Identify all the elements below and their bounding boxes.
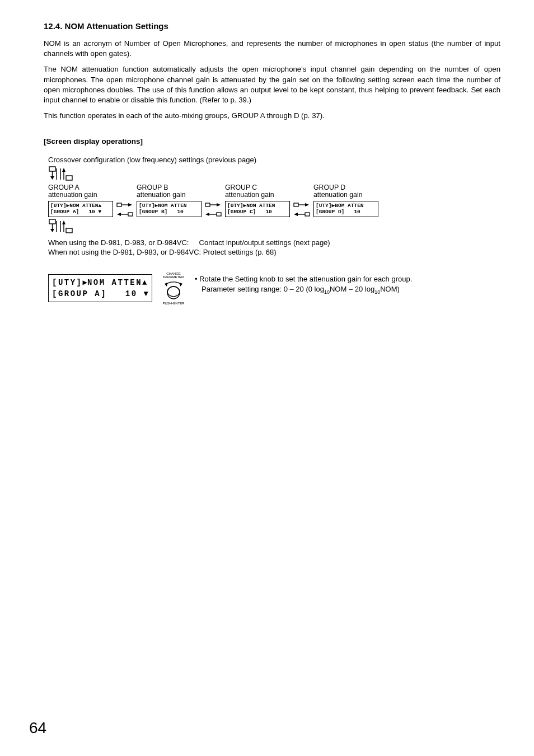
section-heading: 12.4. NOM Attenuation Settings (44, 21, 500, 31)
group-b-sub: attenuation gain (137, 191, 186, 199)
group-b-block: GROUP B attenuation gain [UTY]▶NOM ATTEN… (137, 184, 202, 218)
bullet-instruction: • Rotate the Setting knob to set the att… (195, 274, 500, 295)
group-c-block: GROUP C attenuation gain [UTY]▶NOM ATTEN… (225, 184, 290, 218)
svg-marker-2 (50, 176, 54, 180)
group-b-title: GROUP B (137, 184, 168, 191)
screen-operations-heading: [Screen display operations] (44, 137, 500, 145)
knob-label-change: CHANGE (166, 272, 181, 275)
svg-rect-26 (49, 219, 55, 224)
group-a-lcd: [UTY]▶NOM ATTEN▲ [GROUP A] 10 ▼ (48, 201, 113, 218)
svg-rect-13 (128, 213, 133, 216)
svg-marker-34 (165, 283, 167, 287)
svg-rect-14 (205, 203, 210, 206)
param-range-mid: NOM – 20 log (330, 285, 374, 293)
flow-arrow-icon (205, 202, 222, 219)
group-c-sub: attenuation gain (225, 191, 274, 199)
svg-marker-22 (305, 203, 309, 206)
svg-rect-0 (49, 167, 55, 171)
crossover-note: Crossover configuration (low frequency) … (48, 156, 500, 164)
svg-marker-16 (217, 203, 221, 206)
svg-marker-35 (180, 283, 182, 287)
after-flow-1b: Contact input/output settings (next page… (199, 238, 330, 247)
after-flow-1a: When using the D-981, D-983, or D-984VC: (48, 238, 189, 247)
svg-rect-8 (117, 203, 121, 206)
svg-marker-28 (50, 229, 54, 232)
flow-arrow-icon (116, 202, 133, 219)
param-range-post: NOM) (380, 285, 400, 293)
svg-marker-12 (117, 213, 121, 216)
group-a-sub: attenuation gain (48, 191, 97, 199)
paragraph-2: The NOM attenuation function automatical… (44, 64, 500, 105)
after-flow-2: When not using the D-981, D-983, or D-98… (48, 248, 277, 256)
group-d-block: GROUP D attenuation gain [UTY]▶NOM ATTEN… (313, 184, 378, 218)
svg-point-37 (167, 287, 180, 297)
svg-marker-24 (294, 213, 298, 216)
group-b-lcd: [UTY]▶NOM ATTEN [GROUP B] 10 (137, 201, 202, 218)
knob-label-parameter: PARAMETER (163, 275, 184, 279)
svg-rect-20 (294, 203, 298, 206)
paragraph-1: NOM is an acronym of Number of Open Micr… (44, 39, 500, 59)
svg-rect-19 (217, 213, 221, 216)
section-title-text: NOM Attenuation Settings (65, 21, 168, 31)
main-lcd: [UTY]▶NOM ATTEN▲[GROUP A] 10 ▼ (48, 274, 152, 303)
knob-label-push-enter: PUSH-ENTER (162, 302, 184, 305)
svg-rect-32 (66, 228, 72, 233)
svg-rect-6 (66, 176, 72, 180)
paragraph-3: This function operates in each of the au… (44, 111, 500, 121)
page-number: 64 (29, 719, 46, 737)
nav-arrows-icon (48, 219, 75, 236)
nav-arrows-icon (48, 166, 75, 183)
section-number: 12.4. (44, 21, 62, 31)
group-flowchart: GROUP A attenuation gain [UTY]▶NOM ATTEN… (48, 184, 500, 219)
setting-knob[interactable]: CHANGE PARAMETER PUSH-ENTER (162, 272, 185, 305)
flow-arrow-icon (293, 202, 310, 219)
svg-marker-18 (205, 213, 209, 216)
group-d-lcd: [UTY]▶NOM ATTEN [GROUP D] 10 (313, 201, 378, 218)
group-d-sub: attenuation gain (313, 191, 363, 199)
knob-icon (162, 279, 185, 300)
group-a-title: GROUP A (48, 184, 79, 191)
group-d-title: GROUP D (313, 184, 345, 191)
bullet-text: Rotate the Setting knob to set the atten… (199, 275, 412, 283)
group-c-lcd: [UTY]▶NOM ATTEN [GROUP C] 10 (225, 201, 290, 218)
after-flow-notes: When using the D-981, D-983, or D-984VC:… (48, 238, 500, 257)
group-c-title: GROUP C (225, 184, 257, 191)
svg-marker-5 (62, 168, 65, 172)
svg-marker-10 (128, 203, 132, 206)
svg-marker-31 (62, 220, 65, 224)
svg-rect-25 (305, 213, 310, 216)
group-a-block: GROUP A attenuation gain [UTY]▶NOM ATTEN… (48, 184, 113, 218)
param-range-pre: Parameter setting range: 0 – 20 (0 log (202, 285, 324, 293)
